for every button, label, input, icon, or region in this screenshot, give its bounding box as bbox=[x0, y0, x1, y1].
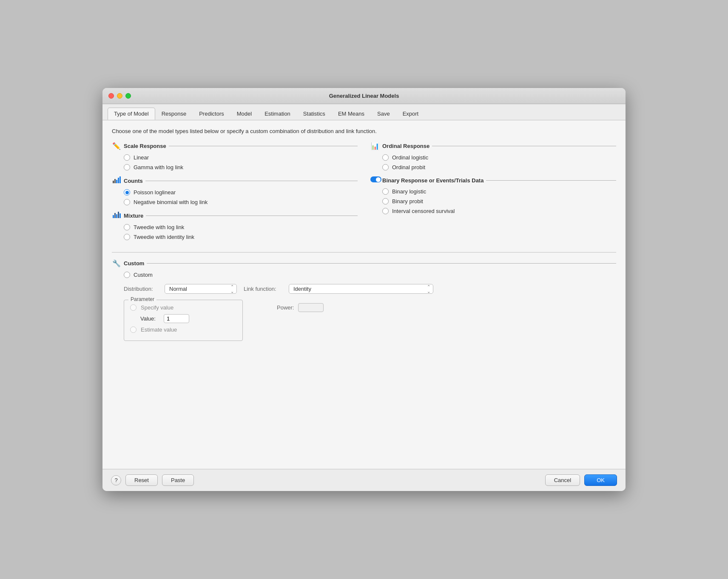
cancel-button[interactable]: Cancel bbox=[545, 474, 580, 486]
ordinal-response-divider bbox=[432, 146, 616, 146]
reset-button[interactable]: Reset bbox=[125, 474, 158, 486]
counts-options: Poisson loglinear Negative binomial with… bbox=[124, 189, 358, 205]
binary-response-title: Binary Response or Events/Trials Data bbox=[382, 177, 483, 184]
link-function-label: Link function: bbox=[244, 286, 282, 292]
radio-interval-censored-button[interactable] bbox=[382, 208, 389, 214]
power-row: Power: bbox=[277, 303, 324, 312]
window-title: Generalized Linear Models bbox=[329, 93, 399, 99]
radio-specify-label: Specify value bbox=[141, 304, 173, 311]
radio-neg-binom[interactable]: Negative binomial with log link bbox=[124, 199, 358, 205]
power-input[interactable] bbox=[298, 303, 324, 312]
content-area: Choose one of the model types listed bel… bbox=[102, 120, 626, 469]
radio-gamma-log[interactable]: Gamma with log link bbox=[124, 164, 358, 170]
power-label: Power: bbox=[277, 304, 294, 311]
radio-estimate-button[interactable] bbox=[130, 326, 136, 333]
left-column: ✏️ Scale Response Linear Gamma with log … bbox=[112, 142, 358, 246]
radio-binary-probit-label: Binary probit bbox=[392, 198, 423, 204]
value-label: Value: bbox=[140, 315, 159, 322]
radio-binary-probit[interactable]: Binary probit bbox=[382, 198, 616, 204]
radio-tweedie-log-button[interactable] bbox=[124, 224, 130, 230]
radio-linear[interactable]: Linear bbox=[124, 154, 358, 161]
ordinal-response-header: 📊 Ordinal Response bbox=[370, 142, 616, 150]
value-row: Value: bbox=[140, 314, 236, 323]
ok-button[interactable]: OK bbox=[584, 474, 617, 486]
estimate-value-row: Estimate value bbox=[130, 326, 236, 333]
paste-button[interactable]: Paste bbox=[162, 474, 194, 486]
radio-tweedie-identity-label: Tweedie with identity link bbox=[134, 234, 194, 240]
help-button[interactable]: ? bbox=[111, 475, 121, 485]
radio-ordinal-probit-button[interactable] bbox=[382, 164, 389, 170]
toggle-knob bbox=[376, 177, 381, 182]
radio-poisson[interactable]: Poisson loglinear bbox=[124, 189, 358, 196]
tab-export[interactable]: Export bbox=[396, 108, 425, 120]
radio-interval-censored[interactable]: Interval censored survival bbox=[382, 208, 616, 214]
radio-binary-logistic-button[interactable] bbox=[382, 188, 389, 195]
parameter-legend: Parameter bbox=[128, 296, 156, 302]
radio-ordinal-probit[interactable]: Ordinal probit bbox=[382, 164, 616, 170]
radio-tweedie-log[interactable]: Tweedie with log link bbox=[124, 224, 358, 230]
tab-estimation[interactable]: Estimation bbox=[258, 108, 297, 120]
radio-binary-probit-button[interactable] bbox=[382, 198, 389, 204]
radio-linear-button[interactable] bbox=[124, 154, 130, 161]
custom-section-divider bbox=[147, 263, 616, 264]
distribution-select[interactable]: Normal Binomial Gamma Gaussian Inverse G… bbox=[165, 284, 237, 294]
custom-section-title: Custom bbox=[124, 260, 144, 267]
tab-response[interactable]: Response bbox=[155, 108, 193, 120]
tab-type-of-model[interactable]: Type of Model bbox=[108, 108, 155, 120]
radio-poisson-button[interactable] bbox=[124, 189, 130, 196]
main-columns: ✏️ Scale Response Linear Gamma with log … bbox=[112, 142, 616, 246]
link-function-select-wrapper: Identity Log Logit Probit CLogLog Power … bbox=[289, 284, 433, 294]
maximize-button[interactable] bbox=[125, 93, 131, 99]
radio-specify-button[interactable] bbox=[130, 304, 136, 311]
radio-custom[interactable]: Custom bbox=[124, 272, 616, 278]
mixture-icon bbox=[112, 211, 121, 220]
section-divider bbox=[112, 252, 616, 253]
mixture-title: Mixture bbox=[124, 213, 143, 219]
radio-neg-binom-label: Negative binomial with log link bbox=[134, 199, 208, 205]
titlebar: Generalized Linear Models bbox=[102, 88, 626, 104]
radio-custom-button[interactable] bbox=[124, 272, 130, 278]
mixture-header: Mixture bbox=[112, 211, 358, 220]
radio-interval-censored-label: Interval censored survival bbox=[392, 208, 455, 214]
value-input[interactable] bbox=[164, 314, 189, 323]
radio-poisson-label: Poisson loglinear bbox=[134, 189, 176, 196]
ordinal-response-icon: 📊 bbox=[370, 142, 380, 150]
radio-tweedie-identity-button[interactable] bbox=[124, 234, 130, 240]
custom-section-header: 🔧 Custom bbox=[112, 259, 616, 267]
radio-ordinal-logistic[interactable]: Ordinal logistic bbox=[382, 154, 616, 161]
link-function-select[interactable]: Identity Log Logit Probit CLogLog Power bbox=[289, 284, 433, 294]
distribution-row: Distribution: Normal Binomial Gamma Gaus… bbox=[124, 284, 616, 294]
tab-em-means[interactable]: EM Means bbox=[332, 108, 371, 120]
radio-custom-label: Custom bbox=[134, 272, 153, 278]
custom-section: 🔧 Custom Custom Distribution: Normal Bin… bbox=[112, 259, 616, 341]
radio-estimate-label: Estimate value bbox=[141, 326, 177, 333]
tab-statistics[interactable]: Statistics bbox=[297, 108, 332, 120]
close-button[interactable] bbox=[108, 93, 114, 99]
radio-ordinal-probit-label: Ordinal probit bbox=[392, 164, 425, 170]
distribution-label: Distribution: bbox=[124, 286, 158, 292]
scale-response-divider bbox=[169, 146, 358, 146]
tab-predictors[interactable]: Predictors bbox=[193, 108, 230, 120]
scale-response-title: Scale Response bbox=[124, 143, 166, 149]
parameter-power-row: Parameter Specify value Value: Estimate … bbox=[124, 300, 616, 341]
radio-binary-logistic[interactable]: Binary logistic bbox=[382, 188, 616, 195]
counts-header: Counts bbox=[112, 176, 358, 185]
mixture-divider bbox=[146, 216, 358, 216]
radio-ordinal-logistic-button[interactable] bbox=[382, 154, 389, 161]
parameter-group: Parameter Specify value Value: Estimate … bbox=[124, 300, 243, 341]
counts-title: Counts bbox=[124, 178, 143, 184]
traffic-lights bbox=[108, 93, 131, 99]
minimize-button[interactable] bbox=[117, 93, 122, 99]
tab-save[interactable]: Save bbox=[371, 108, 396, 120]
footer-right: Cancel OK bbox=[545, 474, 617, 486]
ordinal-response-title: Ordinal Response bbox=[382, 143, 429, 149]
scale-response-header: ✏️ Scale Response bbox=[112, 142, 358, 150]
binary-response-divider bbox=[486, 180, 616, 181]
radio-ordinal-logistic-label: Ordinal logistic bbox=[392, 154, 428, 161]
footer: ? Reset Paste Cancel OK bbox=[102, 469, 626, 491]
distribution-select-wrapper: Normal Binomial Gamma Gaussian Inverse G… bbox=[165, 284, 237, 294]
tab-model[interactable]: Model bbox=[230, 108, 258, 120]
radio-gamma-log-button[interactable] bbox=[124, 164, 130, 170]
radio-tweedie-identity[interactable]: Tweedie with identity link bbox=[124, 234, 358, 240]
radio-neg-binom-button[interactable] bbox=[124, 199, 130, 205]
